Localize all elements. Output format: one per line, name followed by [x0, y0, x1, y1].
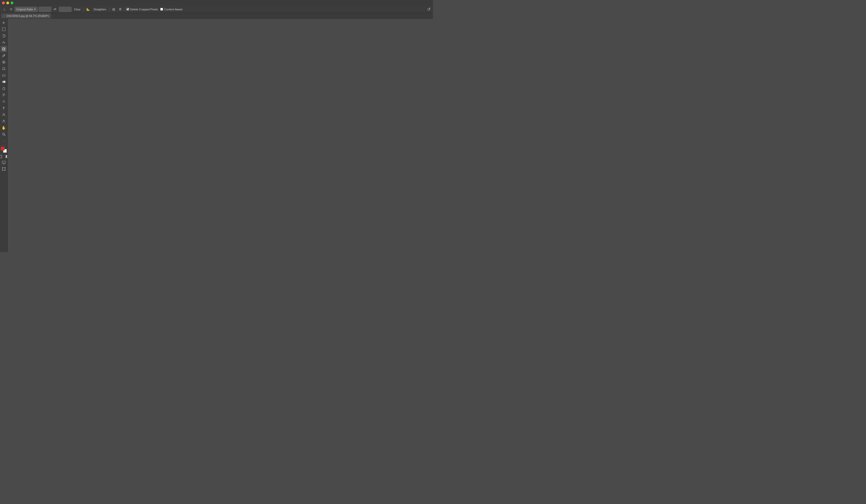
maximize-button[interactable]	[11, 1, 13, 4]
tool-separator	[1, 145, 6, 145]
marquee-tool[interactable]	[1, 26, 7, 32]
swap-dimensions-icon[interactable]: ⇄	[52, 7, 58, 12]
main-area: ✛	[0, 19, 433, 252]
healing-tool[interactable]	[1, 59, 7, 65]
svg-rect-19	[6, 155, 7, 158]
tab-filename: DSC00915.jpg @ 66.7% (RGB/8*)	[7, 14, 49, 18]
lasso-tool[interactable]	[1, 33, 7, 39]
home-icon[interactable]: ⌂	[1, 7, 7, 12]
clear-button[interactable]: Clear	[73, 7, 82, 12]
hand-tool[interactable]: ✋	[1, 125, 7, 131]
svg-rect-12	[2, 81, 5, 83]
title-bar	[0, 0, 433, 5]
svg-rect-18	[0, 155, 2, 158]
dodge-tool[interactable]	[1, 92, 7, 98]
delete-cropped-pixels-checkbox[interactable]	[126, 8, 129, 11]
quick-mask-icon[interactable]	[4, 154, 8, 159]
artboard-tool[interactable]	[1, 166, 7, 172]
width-input[interactable]	[39, 7, 51, 12]
tab-close-icon[interactable]: ×	[3, 15, 5, 17]
crop-tool[interactable]	[1, 46, 7, 52]
straighten-icon[interactable]: 📐	[86, 7, 91, 12]
svg-line-17	[4, 135, 5, 136]
svg-point-16	[2, 133, 4, 135]
standard-mode-icon[interactable]	[0, 154, 3, 159]
undo-icon[interactable]: ↺	[426, 7, 432, 12]
svg-line-1	[4, 43, 5, 44]
more-tools-button[interactable]: ···	[1, 138, 7, 144]
mask-mode-icons	[0, 154, 8, 159]
gradient-tool[interactable]	[1, 79, 7, 85]
toolbar: ⌂ ⊡ Original Ratio ▼ ⇄ Clear 📐 Straighte…	[0, 5, 433, 13]
svg-rect-21	[2, 161, 5, 163]
crop-ratio-icon[interactable]: ⊡	[8, 7, 14, 12]
color-swatches	[1, 147, 7, 153]
anchor-tool[interactable]	[1, 118, 7, 124]
settings-icon[interactable]: ⚙	[118, 7, 123, 12]
clone-stamp-tool[interactable]	[1, 66, 7, 72]
pen-tool[interactable]	[1, 99, 7, 104]
height-input[interactable]	[59, 7, 71, 12]
zoom-tool[interactable]	[1, 131, 7, 137]
eraser-tool[interactable]	[1, 72, 7, 78]
path-select-tool[interactable]	[1, 112, 7, 118]
svg-rect-0	[2, 28, 5, 31]
content-aware-checkbox[interactable]	[160, 8, 163, 11]
straighten-button[interactable]: Straighten	[92, 7, 108, 12]
eyedropper-tool[interactable]	[1, 53, 7, 59]
aspect-ratio-label: Original Ratio	[16, 8, 33, 11]
grid-overlay-icon[interactable]: ⊞	[111, 7, 116, 12]
delete-cropped-pixels-label[interactable]: Delete Cropped Pixels	[126, 8, 158, 11]
separator-1	[84, 7, 84, 12]
svg-point-13	[3, 94, 5, 95]
canvas-area	[8, 19, 433, 252]
blur-tool[interactable]	[1, 85, 7, 91]
move-tool[interactable]: ✛	[1, 20, 7, 26]
type-tool[interactable]: T	[1, 105, 7, 111]
svg-line-6	[4, 55, 4, 56]
quick-selection-tool[interactable]	[1, 39, 7, 45]
toolbox: ✛	[0, 19, 8, 252]
content-aware-label[interactable]: Content-Aware	[160, 8, 182, 11]
tab-bar: × DSC00915.jpg @ 66.7% (RGB/8*)	[0, 13, 433, 19]
minimize-button[interactable]	[6, 1, 9, 4]
foreground-color-swatch[interactable]	[1, 147, 4, 150]
svg-line-14	[3, 95, 4, 96]
aspect-ratio-dropdown[interactable]: Original Ratio ▼	[15, 7, 38, 12]
svg-rect-24	[2, 168, 5, 170]
close-button[interactable]	[2, 1, 5, 4]
screen-mode-button[interactable]	[1, 159, 7, 165]
document-tab[interactable]: × DSC00915.jpg @ 66.7% (RGB/8*)	[1, 13, 51, 19]
svg-rect-11	[2, 75, 5, 76]
dropdown-chevron-icon: ▼	[34, 8, 36, 11]
